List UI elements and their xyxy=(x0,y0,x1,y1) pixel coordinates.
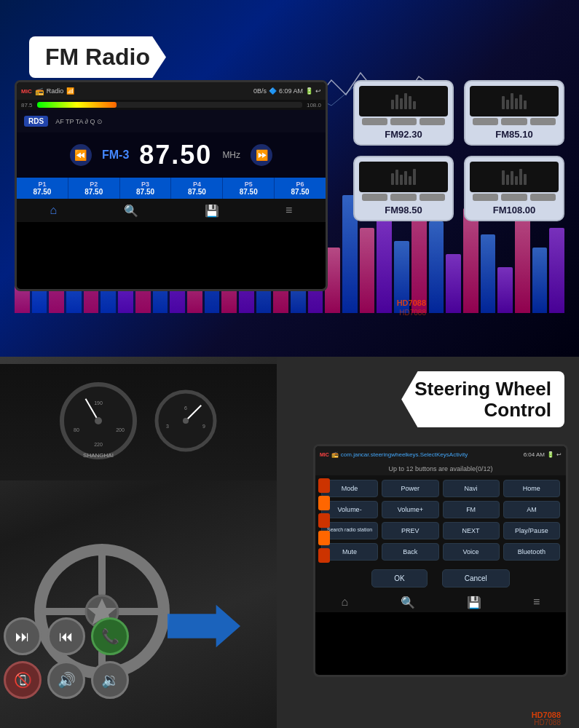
sw-btn-vol-down[interactable]: 🔉 xyxy=(91,661,129,699)
svg-text:6: 6 xyxy=(184,405,187,411)
left-bar-btn-2[interactable] xyxy=(318,496,330,510)
btn-next[interactable]: NEXT xyxy=(443,522,500,539)
nav-search-icon-b[interactable]: 🔍 xyxy=(401,596,415,609)
fm-card-2: FM85.10 xyxy=(464,80,564,146)
left-bar-btn-1[interactable] xyxy=(318,478,330,493)
back-icon[interactable]: ↩ xyxy=(315,87,321,95)
sw-btn-prev-track[interactable]: ⏮ xyxy=(47,617,85,655)
screen-header-top: MIC 📻 Radio 📶 0B/s 🔷 6:09 AM 🔋 ↩ xyxy=(17,82,326,100)
fm-card-4-label: FM108.00 xyxy=(493,205,536,215)
steering-wheel-buttons: ⏭ ⏮ 📞 📵 🔊 🔉 xyxy=(4,617,129,699)
svg-point-6 xyxy=(95,417,102,424)
nav-menu-icon[interactable]: ≡ xyxy=(285,204,292,217)
signal-meter: 87.5 108.0 xyxy=(17,100,326,110)
btn-volume-plus[interactable]: Volume+ xyxy=(382,501,438,518)
fm-radio-section: FM Radio MIC 📻 Radio 📶 0B/s 🔷 6:09 AM 🔋 … xyxy=(0,0,579,357)
watermark-top: HD7088 xyxy=(397,298,426,307)
btn-prev[interactable]: PREV xyxy=(382,522,438,539)
screen-battery: 🔋 xyxy=(547,451,554,458)
fm-radio-device-screen: MIC 📻 Radio 📶 0B/s 🔷 6:09 AM 🔋 ↩ 87.5 10… xyxy=(15,80,328,291)
preset-p1[interactable]: P1 87.50 xyxy=(17,178,68,199)
btn-play-pause[interactable]: Play/Pause xyxy=(503,522,560,539)
btn-power[interactable]: Power xyxy=(382,480,438,497)
fm-card-3-label: FM98.50 xyxy=(385,205,422,215)
blue-arrow xyxy=(168,604,240,648)
wifi-icon: 📶 xyxy=(66,87,74,95)
svg-text:80: 80 xyxy=(74,427,79,432)
nav-save-icon-b[interactable]: 💾 xyxy=(467,596,481,609)
screen-radio-icon: 📻 xyxy=(331,451,339,458)
nav-menu-icon-b[interactable]: ≡ xyxy=(533,596,540,609)
screen-mic-label: MIC xyxy=(320,452,329,457)
swc-title-line2: Control xyxy=(414,400,551,421)
svg-text:SHANGHAI: SHANGHAI xyxy=(83,452,114,459)
preset-p4[interactable]: P4 87.50 xyxy=(171,178,223,199)
fm-radio-title-box: FM Radio xyxy=(29,36,166,78)
fm-card-3: FM98.50 xyxy=(353,156,454,221)
svg-text:3: 3 xyxy=(166,424,169,429)
sw-btn-phone-answer[interactable]: 📞 xyxy=(91,617,129,655)
fm-card-1-label: FM92.30 xyxy=(385,129,422,140)
fm-band: FM-3 xyxy=(102,149,129,162)
prev-button[interactable]: ⏪ xyxy=(70,144,92,166)
preset-row: P1 87.50 P2 87.50 P3 87.50 P4 87.50 P5 8… xyxy=(17,178,326,199)
preset-p5[interactable]: P5 87.50 xyxy=(223,178,275,199)
time-display: 6:09 AM xyxy=(279,87,303,95)
next-button[interactable]: ⏩ xyxy=(251,144,272,166)
fm-card-2-label: FM85.10 xyxy=(495,129,532,140)
btn-back[interactable]: Back xyxy=(382,543,438,561)
freq-high: 108.0 xyxy=(307,102,321,108)
btn-home[interactable]: Home xyxy=(503,480,560,497)
left-bar-btn-4[interactable] xyxy=(318,531,330,545)
device-nav-bar: ⌂ 🔍 💾 ≡ xyxy=(17,199,326,222)
btn-navi[interactable]: Navi xyxy=(443,480,500,497)
btn-cancel[interactable]: Cancel xyxy=(442,569,510,587)
car-interior: 190 80 200 220 SHANGHAI 6 3 xyxy=(0,357,277,728)
screen-back-icon[interactable]: ↩ xyxy=(556,451,562,458)
watermark-bottom2: HD7088 xyxy=(534,719,561,727)
swc-device-screen: MIC 📻 com.jancar.steeringwheelkeys.Selec… xyxy=(313,444,568,677)
btn-ok[interactable]: OK xyxy=(371,569,427,587)
btn-voice[interactable]: Voice xyxy=(443,543,500,561)
btn-bluetooth[interactable]: Bluetooth xyxy=(503,543,560,561)
left-bar-btn-3[interactable] xyxy=(318,513,330,528)
nav-home-icon[interactable]: ⌂ xyxy=(50,204,58,217)
dashboard-gauges: 190 80 200 220 SHANGHAI 6 3 xyxy=(0,364,277,480)
screen-header-bottom: MIC 📻 com.jancar.steeringwheelkeys.Selec… xyxy=(315,446,566,462)
mic-label: MIC xyxy=(21,88,32,95)
watermark-top2: HD7088 xyxy=(399,309,426,317)
radio-icon: 📻 xyxy=(35,87,44,95)
fm-radio-title: FM Radio xyxy=(45,44,150,70)
svg-point-13 xyxy=(183,418,189,424)
sw-btn-vol-up[interactable]: 🔊 xyxy=(47,661,85,699)
btn-fm[interactable]: FM xyxy=(443,501,500,518)
preset-p6[interactable]: P6 87.50 xyxy=(275,178,326,199)
preset-p3[interactable]: P3 87.50 xyxy=(120,178,172,199)
left-bar-btn-5[interactable] xyxy=(318,548,330,563)
svg-text:9: 9 xyxy=(202,424,205,429)
info-bar: Up to 12 buttons are available(0/12) xyxy=(315,462,566,475)
radio-mode-controls: AF TP TA ∂ Q ⊙ xyxy=(55,118,103,125)
swc-title-box: Steering Wheel Control xyxy=(401,371,564,427)
info-text: Up to 12 buttons are available(0/12) xyxy=(388,465,492,472)
frequency-number: 87.50 xyxy=(139,140,212,170)
svg-marker-21 xyxy=(168,605,240,647)
freq-low: 87.5 xyxy=(21,102,33,108)
btn-am[interactable]: AM xyxy=(503,501,560,518)
svg-text:190: 190 xyxy=(94,400,103,405)
svg-text:200: 200 xyxy=(116,427,125,432)
nav-search-icon[interactable]: 🔍 xyxy=(124,204,138,218)
device-nav-bar-bottom: ⌂ 🔍 💾 ≡ xyxy=(315,592,566,612)
button-grid: Mode Power Navi Home Volume- Volume+ FM … xyxy=(315,475,566,565)
device-left-bar xyxy=(315,475,333,566)
nav-save-icon[interactable]: 💾 xyxy=(205,204,219,218)
nav-home-icon-b[interactable]: ⌂ xyxy=(342,596,349,609)
sw-btn-phone-end[interactable]: 📵 xyxy=(4,661,42,699)
sw-btn-next-track[interactable]: ⏭ xyxy=(4,617,42,655)
radio-label: Radio xyxy=(47,87,64,95)
bottom-action-buttons: OK Cancel xyxy=(315,565,566,592)
fm-card-4: FM108.00 xyxy=(464,156,564,221)
svg-text:220: 220 xyxy=(94,442,103,447)
preset-p2[interactable]: P2 87.50 xyxy=(68,178,120,199)
frequency-unit: MHz xyxy=(222,150,240,160)
